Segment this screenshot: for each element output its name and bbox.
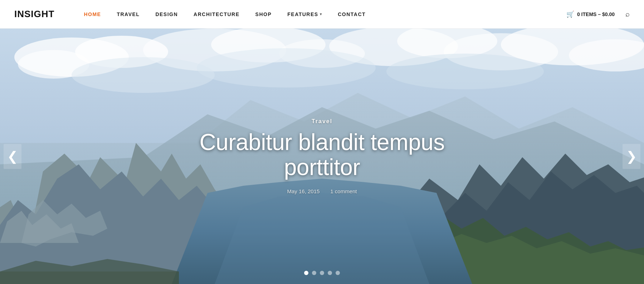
- nav-architecture[interactable]: ARCHITECTURE: [186, 11, 247, 17]
- chevron-left-icon: ❮: [7, 149, 18, 164]
- cart-button[interactable]: 🛒 0 ITEMS – $0.00: [566, 10, 615, 18]
- nav-travel[interactable]: TRAVEL: [109, 11, 147, 17]
- main-nav: HOME TRAVEL DESIGN ARCHITECTURE SHOP FEA…: [76, 11, 562, 17]
- hero-slider: ❮ ❯ Travel Curabitur blandit tempus port…: [0, 29, 644, 284]
- cart-label: 0 ITEMS – $0.00: [577, 11, 615, 17]
- nav-shop[interactable]: SHOP: [248, 11, 280, 17]
- prev-slide-button[interactable]: ❮: [4, 144, 21, 169]
- dot-1[interactable]: [304, 271, 308, 275]
- chevron-right-icon: ❯: [626, 149, 637, 164]
- svg-point-13: [197, 48, 376, 88]
- slide-comments[interactable]: 1 comment: [330, 188, 357, 194]
- nav-home[interactable]: HOME: [76, 11, 109, 17]
- svg-marker-26: [215, 193, 429, 284]
- slide-title[interactable]: Curabitur blandit tempus porttitor: [161, 130, 483, 180]
- nav-contact[interactable]: CONTACT: [330, 11, 374, 17]
- slide-meta: May 16, 2015 1 comment: [161, 188, 483, 194]
- search-button[interactable]: ⌕: [625, 10, 630, 18]
- site-header: INSIGHT HOME TRAVEL DESIGN ARCHITECTURE …: [0, 0, 644, 29]
- slide-content: Travel Curabitur blandit tempus porttito…: [161, 118, 483, 195]
- nav-design[interactable]: DESIGN: [147, 11, 186, 17]
- nav-features[interactable]: FEATURES ▾: [279, 11, 330, 17]
- cart-icon: 🛒: [566, 10, 574, 18]
- slide-dots: [304, 271, 340, 275]
- slide-date: May 16, 2015: [287, 188, 319, 194]
- dot-4[interactable]: [328, 271, 332, 275]
- svg-point-14: [386, 54, 544, 89]
- next-slide-button[interactable]: ❯: [623, 144, 640, 169]
- dot-5[interactable]: [336, 271, 340, 275]
- dot-3[interactable]: [320, 271, 324, 275]
- dot-2[interactable]: [312, 271, 316, 275]
- slide-category: Travel: [161, 118, 483, 125]
- site-logo[interactable]: INSIGHT: [14, 9, 54, 20]
- svg-point-12: [72, 57, 215, 93]
- chevron-down-icon: ▾: [320, 12, 322, 16]
